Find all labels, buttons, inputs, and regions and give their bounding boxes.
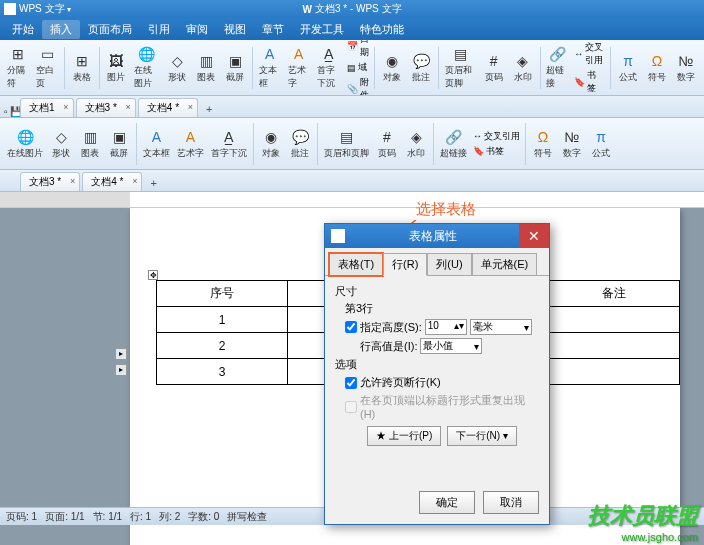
menu-view[interactable]: 视图 [216, 20, 254, 39]
menu-references[interactable]: 引用 [140, 20, 178, 39]
tab-add-button-2[interactable]: + [144, 175, 162, 191]
tab-doc4-2[interactable]: 文档4 *× [82, 172, 142, 191]
status-pages[interactable]: 页面: 1/1 [45, 510, 84, 524]
btn-picture[interactable]: 🖼图片 [102, 50, 130, 86]
menu-review[interactable]: 审阅 [178, 20, 216, 39]
btn-crossref[interactable]: ↔交叉引用 [572, 41, 607, 67]
btn-textbox[interactable]: A文本框 [256, 43, 284, 92]
gutter-tool-icon[interactable]: ▸ [115, 364, 127, 376]
btn-object[interactable]: ◉对象 [378, 50, 406, 86]
btn-shapes[interactable]: ◇形状 [163, 50, 191, 86]
gutter-tool-icon[interactable]: ▸ [115, 348, 127, 360]
dialog-titlebar[interactable]: 表格属性 ✕ [325, 224, 549, 248]
menu-insert[interactable]: 插入 [42, 20, 80, 39]
close-icon[interactable]: × [132, 176, 137, 186]
btn-crossref-2[interactable]: ↔交叉引用 [471, 130, 522, 143]
btn-table[interactable]: ⊞表格 [68, 50, 96, 86]
btn-object-2[interactable]: ◉对象 [257, 126, 285, 162]
btn-equation-2[interactable]: π公式 [587, 126, 615, 162]
btn-pagenumber[interactable]: #页码 [480, 50, 508, 86]
btn-comment-2[interactable]: 💬批注 [286, 126, 314, 162]
btn-blankpage[interactable]: ▭空白页 [33, 43, 61, 92]
table-cell[interactable]: 3 [157, 359, 288, 385]
dialog-tab-cell[interactable]: 单元格(E) [472, 253, 538, 276]
close-icon[interactable]: × [126, 102, 131, 112]
status-page[interactable]: 页码: 1 [6, 510, 37, 524]
btn-symbol[interactable]: Ω符号 [643, 50, 671, 86]
specify-height-label: 指定高度(S): [360, 320, 422, 335]
dialog-tab-row[interactable]: 行(R) [383, 253, 427, 276]
height-unit-combo[interactable]: 毫米▾ [470, 319, 532, 335]
menu-start[interactable]: 开始 [4, 20, 42, 39]
btn-date[interactable]: 📅日期 [345, 40, 371, 59]
horizontal-ruler[interactable] [0, 192, 704, 208]
btn-screenshot-2[interactable]: ▣截屏 [105, 126, 133, 162]
btn-comment[interactable]: 💬批注 [407, 50, 435, 86]
table-move-handle[interactable]: ✥ [148, 270, 158, 280]
tab-doc1[interactable]: 文档1× [20, 98, 74, 117]
table-cell[interactable]: 1 [157, 307, 288, 333]
qat-new-icon[interactable]: ▫ [4, 106, 8, 117]
status-line[interactable]: 行: 1 [130, 510, 151, 524]
btn-pagenumber-2[interactable]: #页码 [373, 126, 401, 162]
btn-bookmark[interactable]: 🔖书签 [572, 69, 607, 95]
menu-pagelayout[interactable]: 页面布局 [80, 20, 140, 39]
dropdown-icon[interactable]: ▾ [67, 5, 71, 14]
next-row-button[interactable]: 下一行(N) ▾ [447, 426, 517, 446]
btn-number[interactable]: №数字 [672, 50, 700, 86]
table-header-cell[interactable]: 备注 [548, 281, 679, 307]
btn-number-2[interactable]: №数字 [558, 126, 586, 162]
tab-doc3-2[interactable]: 文档3 *× [20, 172, 80, 191]
ok-button[interactable]: 确定 [419, 491, 475, 514]
btn-watermark-2[interactable]: ◈水印 [402, 126, 430, 162]
specify-height-checkbox[interactable] [345, 321, 357, 333]
dialog-close-button[interactable]: ✕ [519, 224, 549, 248]
close-icon[interactable]: × [63, 102, 68, 112]
btn-onlinepic-2[interactable]: 🌐在线图片 [4, 126, 46, 162]
cancel-button[interactable]: 取消 [483, 491, 539, 514]
btn-attachment[interactable]: 📎附件 [345, 76, 371, 96]
menu-devtools[interactable]: 开发工具 [292, 20, 352, 39]
status-spellcheck[interactable]: 拼写检查 [227, 510, 267, 524]
ribbon-insert-2: 🌐在线图片 ◇形状 ▥图表 ▣截屏 A文本框 A艺术字 A̲首字下沉 ◉对象 💬… [0, 118, 704, 170]
btn-watermark[interactable]: ◈水印 [509, 50, 537, 86]
tab-doc4[interactable]: 文档4 *× [138, 98, 198, 117]
btn-equation[interactable]: π公式 [614, 50, 642, 86]
btn-headerfooter-2[interactable]: ▤页眉和页脚 [321, 126, 372, 162]
close-icon[interactable]: × [188, 102, 193, 112]
menu-special[interactable]: 特色功能 [352, 20, 412, 39]
status-chars[interactable]: 字数: 0 [188, 510, 219, 524]
tab-doc3[interactable]: 文档3 *× [76, 98, 136, 117]
status-section[interactable]: 节: 1/1 [93, 510, 122, 524]
table-cell[interactable]: 2 [157, 333, 288, 359]
btn-chart[interactable]: ▥图表 [192, 50, 220, 86]
row-height-mode-combo[interactable]: 最小值▾ [420, 338, 482, 354]
dialog-tab-column[interactable]: 列(U) [427, 253, 471, 276]
btn-onlinepic[interactable]: 🌐在线图片 [131, 43, 162, 92]
btn-separator[interactable]: ⊞分隔符 [4, 43, 32, 92]
close-icon[interactable]: × [70, 176, 75, 186]
btn-field[interactable]: ▤域 [345, 61, 371, 74]
btn-chart-2[interactable]: ▥图表 [76, 126, 104, 162]
btn-symbol-2[interactable]: Ω符号 [529, 126, 557, 162]
allow-break-checkbox[interactable] [345, 377, 357, 389]
prev-row-button[interactable]: ★ 上一行(P) [367, 426, 441, 446]
btn-textbox-2[interactable]: A文本框 [140, 126, 173, 162]
dialog-tab-table[interactable]: 表格(T) [329, 253, 383, 276]
status-column[interactable]: 列: 2 [159, 510, 180, 524]
btn-shapes-2[interactable]: ◇形状 [47, 126, 75, 162]
btn-screenshot[interactable]: ▣截屏 [221, 50, 249, 86]
btn-headerfooter[interactable]: ▤页眉和页脚 [442, 43, 479, 92]
btn-dropcap-2[interactable]: A̲首字下沉 [208, 126, 250, 162]
tab-add-button[interactable]: + [200, 101, 218, 117]
comment-icon: 💬 [412, 52, 430, 70]
btn-hyperlink-2[interactable]: 🔗超链接 [437, 126, 470, 162]
btn-wordart-2[interactable]: A艺术字 [174, 126, 207, 162]
table-header-cell[interactable]: 序号 [157, 281, 288, 307]
btn-wordart[interactable]: A艺术字 [285, 43, 313, 92]
menu-section[interactable]: 章节 [254, 20, 292, 39]
btn-bookmark-2[interactable]: 🔖书签 [471, 145, 522, 158]
btn-hyperlink[interactable]: 🔗超链接 [543, 43, 571, 92]
height-spinner[interactable]: 10▴▾ [425, 319, 467, 335]
btn-dropcap[interactable]: A̲首字下沉 [314, 43, 345, 92]
